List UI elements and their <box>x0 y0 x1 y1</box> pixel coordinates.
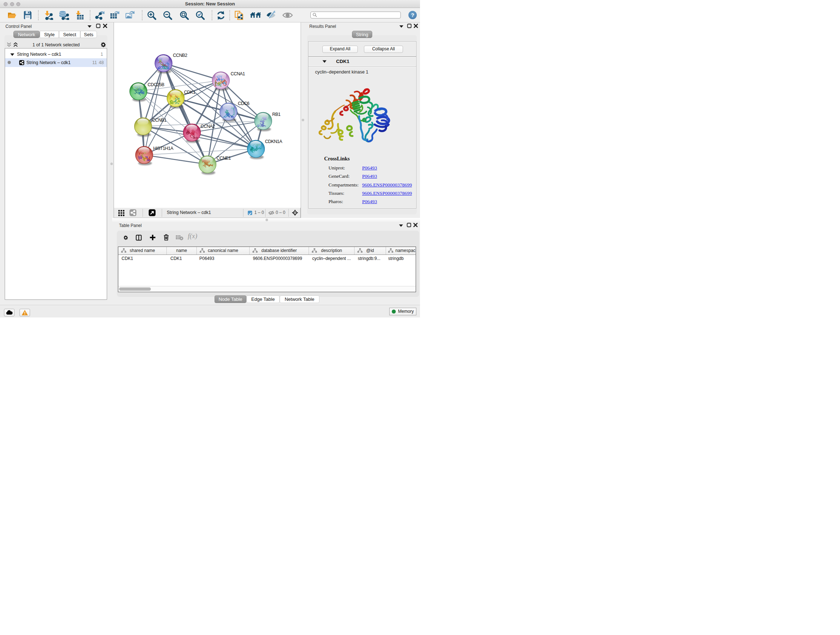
svg-text:CCNB2: CCNB2 <box>173 53 187 58</box>
svg-text:CCNA1: CCNA1 <box>231 71 245 76</box>
svg-text:CCNE1: CCNE1 <box>217 156 231 161</box>
svg-text:HIST1H1A: HIST1H1A <box>153 146 174 151</box>
svg-text:RB1: RB1 <box>272 112 281 117</box>
svg-text:CCNB1: CCNB1 <box>152 118 167 123</box>
svg-text:CDK1: CDK1 <box>184 90 196 95</box>
svg-text:CDC6: CDC6 <box>238 101 249 106</box>
svg-text:CDC25B: CDC25B <box>148 82 164 87</box>
svg-text:CCNA2: CCNA2 <box>201 124 215 129</box>
svg-text:CDKN1A: CDKN1A <box>265 139 283 144</box>
